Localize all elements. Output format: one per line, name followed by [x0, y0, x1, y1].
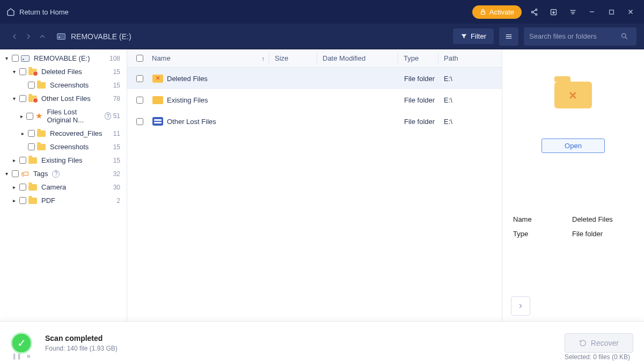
- tree-checkbox[interactable]: [19, 95, 26, 102]
- footer-subtitle: Found: 140 file (1.93 GB): [45, 345, 118, 352]
- filter-button[interactable]: Filter: [453, 28, 494, 44]
- sidebar-item-count: 30: [113, 184, 123, 191]
- view-options-button[interactable]: [499, 27, 518, 46]
- sidebar-item[interactable]: ▾🏷Tags?32: [0, 167, 127, 180]
- svg-rect-0: [481, 12, 485, 14]
- tree-checkbox[interactable]: [19, 184, 26, 191]
- recover-button[interactable]: Recover: [565, 333, 633, 353]
- sidebar-item[interactable]: Screenshots15: [0, 78, 127, 92]
- folder-icon: [152, 96, 163, 104]
- next-button[interactable]: [511, 296, 530, 316]
- folder-deleted-icon: [152, 75, 163, 83]
- table-row[interactable]: Existing FilesFile folderE:\: [127, 89, 502, 111]
- chevron-right-icon: [517, 302, 524, 310]
- row-checkbox[interactable]: [136, 75, 143, 82]
- nav-back-button[interactable]: [8, 30, 21, 43]
- folder-icon: [28, 198, 37, 204]
- tree-checkbox[interactable]: [26, 113, 33, 120]
- select-all-checkbox[interactable]: [136, 55, 143, 62]
- menu-button[interactable]: [566, 5, 580, 19]
- drive-icon: [21, 55, 30, 62]
- tree-checkbox[interactable]: [19, 157, 26, 164]
- chevron-icon[interactable]: ▸: [19, 113, 24, 119]
- stop-button[interactable]: ■: [27, 353, 31, 360]
- maximize-button[interactable]: [604, 5, 618, 19]
- sidebar-item-count: 32: [113, 170, 123, 178]
- column-date[interactable]: Date Modified: [317, 54, 398, 62]
- sidebar-item-label: Other Lost Files: [41, 94, 91, 103]
- column-type[interactable]: Type: [398, 54, 438, 62]
- pause-button[interactable]: ❚❚: [12, 353, 21, 360]
- activate-button[interactable]: Activate: [472, 5, 522, 19]
- hamburger-icon: [504, 32, 513, 41]
- row-name: Other Lost Files: [167, 118, 216, 126]
- tree-checkbox[interactable]: [28, 82, 35, 89]
- row-checkbox[interactable]: [136, 118, 143, 125]
- sidebar-item[interactable]: ▾Deleted Files15: [0, 65, 127, 78]
- chevron-icon[interactable]: ▾: [11, 69, 17, 75]
- tree-checkbox[interactable]: [28, 143, 35, 150]
- chevron-icon[interactable]: ▾: [11, 96, 17, 101]
- column-path[interactable]: Path: [438, 54, 502, 62]
- return-home-label: Return to Home: [19, 8, 69, 16]
- breadcrumb[interactable]: REMOVABLE (E:): [57, 32, 131, 41]
- sidebar: ▾REMOVABLE (E:)108▾Deleted Files15Screen…: [0, 49, 127, 321]
- search-input[interactable]: [529, 32, 620, 40]
- toolbar: REMOVABLE (E:) Filter: [0, 24, 644, 49]
- sidebar-item[interactable]: ▸★Files Lost Original N...?51: [0, 105, 127, 127]
- sidebar-item[interactable]: ▸Camera30: [0, 180, 127, 194]
- chevron-icon[interactable]: ▾: [3, 171, 10, 177]
- chevron-icon[interactable]: ▸: [11, 198, 17, 203]
- help-icon[interactable]: ?: [105, 112, 111, 120]
- lost-files-icon: [152, 117, 163, 126]
- maximize-icon: [608, 9, 615, 16]
- column-size[interactable]: Size: [269, 54, 317, 62]
- sidebar-item-count: 51: [113, 112, 123, 120]
- drive-icon: [57, 33, 65, 40]
- folder-icon: [37, 130, 46, 137]
- tree-checkbox[interactable]: [19, 197, 26, 204]
- return-home-button[interactable]: Return to Home: [6, 8, 69, 16]
- folder-icon: [28, 184, 37, 191]
- chevron-icon[interactable]: ▸: [11, 184, 17, 190]
- row-name: Existing Files: [167, 96, 208, 104]
- tree-checkbox[interactable]: [28, 130, 35, 137]
- tree-checkbox[interactable]: [12, 55, 19, 62]
- sidebar-item-count: 15: [113, 68, 123, 76]
- titlebar: Return to Home Activate: [0, 0, 644, 24]
- search-box[interactable]: [524, 27, 636, 46]
- close-icon: [627, 8, 634, 16]
- sidebar-item[interactable]: ▸Existing Files15: [0, 154, 127, 167]
- svg-rect-5: [609, 10, 613, 14]
- arrow-up-icon: [38, 32, 47, 41]
- minimize-button[interactable]: [585, 5, 599, 19]
- open-button[interactable]: Open: [541, 139, 605, 153]
- detail-type-value: File folder: [572, 230, 603, 238]
- tree-checkbox[interactable]: [12, 170, 19, 177]
- sidebar-item[interactable]: Screenshots15: [0, 140, 127, 154]
- search-icon: [620, 32, 628, 40]
- sidebar-item[interactable]: ▸Recovered_Files11: [0, 127, 127, 140]
- sidebar-item-count: 78: [113, 95, 123, 103]
- chevron-icon[interactable]: ▸: [19, 130, 26, 136]
- arrow-left-icon: [10, 32, 19, 41]
- share-button[interactable]: [527, 5, 541, 19]
- row-checkbox[interactable]: [136, 97, 143, 104]
- column-name[interactable]: Name↑: [147, 54, 269, 62]
- table-row[interactable]: Deleted FilesFile folderE:\: [127, 68, 502, 89]
- preview-folder-icon: [554, 82, 592, 108]
- update-button[interactable]: [546, 5, 560, 19]
- sort-icon: ↑: [262, 55, 265, 62]
- chevron-icon[interactable]: ▸: [11, 157, 17, 163]
- sidebar-item[interactable]: ▾REMOVABLE (E:)108: [0, 52, 127, 65]
- chevron-icon[interactable]: ▾: [3, 55, 10, 61]
- help-icon[interactable]: ?: [52, 170, 60, 178]
- sidebar-item[interactable]: ▾Other Lost Files78: [0, 92, 127, 105]
- nav-up-button[interactable]: [35, 30, 49, 43]
- sidebar-item[interactable]: ▸PDF2: [0, 194, 127, 207]
- tree-checkbox[interactable]: [19, 68, 26, 75]
- file-table: Name↑ Size Date Modified Type Path Delet…: [127, 49, 502, 321]
- table-row[interactable]: Other Lost FilesFile folderE:\: [127, 111, 502, 132]
- nav-forward-button[interactable]: [21, 30, 35, 43]
- close-button[interactable]: [624, 5, 638, 19]
